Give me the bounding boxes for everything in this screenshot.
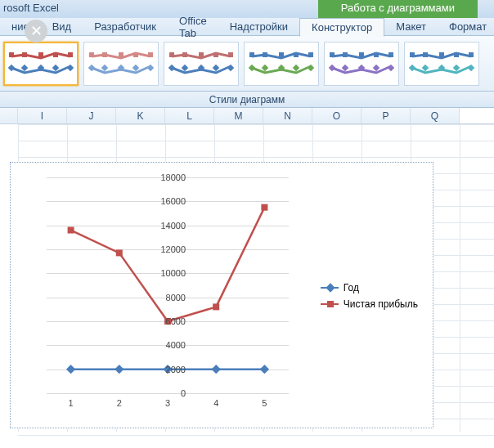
svg-rect-17 [119,52,124,57]
ribbon-tab[interactable]: Макет [384,18,438,35]
svg-rect-9 [68,52,73,57]
svg-rect-64 [260,365,269,374]
column-header[interactable]: M [214,108,263,123]
svg-rect-46 [343,52,348,57]
svg-rect-61 [115,365,124,374]
app-title: rosoft Excel [3,2,59,14]
svg-rect-36 [263,52,267,57]
ribbon-tab[interactable]: Надстройки [218,18,299,35]
svg-rect-25 [169,52,174,57]
svg-rect-5 [9,52,14,57]
ribbon-tab[interactable]: Формат [438,18,494,35]
svg-rect-34 [308,64,314,70]
y-tick-label: 16000 [153,196,186,206]
y-tick-label: 10000 [153,268,186,278]
svg-rect-43 [373,64,379,70]
column-header[interactable]: P [362,108,411,123]
svg-rect-23 [213,64,219,70]
y-tick-label: 12000 [153,244,186,254]
x-tick-label: 3 [159,398,176,408]
svg-rect-0 [8,64,15,70]
chart-style-option[interactable] [244,42,319,86]
svg-rect-37 [279,52,284,57]
x-tick-label: 1 [63,398,79,408]
x-tick-label: 4 [208,398,224,408]
svg-rect-16 [102,52,107,57]
svg-rect-55 [410,52,415,57]
svg-rect-66 [116,249,123,256]
x-tick-label: 5 [256,398,272,408]
svg-rect-21 [182,64,188,70]
y-tick-label: 4000 [153,340,186,350]
svg-rect-18 [133,52,138,57]
legend[interactable]: Год Чистая прибыль [321,282,418,315]
svg-rect-49 [388,52,393,57]
svg-rect-48 [374,52,379,57]
chart-style-option[interactable] [83,42,159,86]
column-header[interactable]: N [263,108,312,123]
svg-rect-20 [168,64,175,70]
title-bar: rosoft Excel Работа с диаграммами [0,0,494,18]
svg-rect-4 [67,64,74,70]
chart-object[interactable]: 12345 Год Чистая прибыль 020004000600080… [10,162,433,428]
legend-marker-icon [321,287,339,289]
ribbon-tab[interactable]: Office Tab [168,12,218,42]
svg-rect-63 [212,365,221,374]
column-header[interactable]: I [18,108,67,123]
chart-style-option[interactable] [3,42,79,86]
svg-rect-10 [88,64,95,70]
svg-rect-45 [330,52,335,57]
svg-rect-69 [261,204,267,211]
legend-label: Чистая прибыль [344,298,418,310]
svg-rect-57 [439,52,444,57]
column-header[interactable]: O [312,108,362,123]
y-tick-label: 6000 [153,316,186,326]
svg-rect-19 [148,52,153,57]
chart-style-option[interactable] [324,42,399,86]
y-tick-label: 0 [153,388,186,398]
svg-rect-60 [66,365,75,374]
svg-rect-40 [329,64,335,70]
svg-rect-59 [469,52,474,57]
svg-rect-14 [147,64,154,70]
ribbon-tab[interactable]: Конструктор [299,18,384,37]
column-headers[interactable]: IJKLMNOPQ [0,108,494,124]
y-tick-label: 2000 [153,365,186,374]
contextual-tab-label: Работа с диаграммами [318,0,478,18]
svg-rect-50 [409,64,415,70]
chart-style-option[interactable] [164,42,239,86]
x-tick-label: 2 [111,398,128,408]
svg-rect-65 [68,227,74,234]
chart-styles-gallery [0,36,494,92]
column-header[interactable]: Q [411,108,460,123]
column-header[interactable]: L [165,108,214,123]
svg-rect-24 [227,64,234,70]
svg-rect-15 [89,52,94,57]
ribbon-tab[interactable]: Разработчик [83,18,168,35]
y-tick-label: 18000 [153,172,186,182]
svg-rect-54 [468,64,474,70]
legend-marker-icon [321,303,339,305]
legend-label: Год [344,282,359,293]
svg-rect-53 [453,64,460,70]
svg-rect-58 [454,52,459,57]
svg-rect-33 [293,64,299,70]
svg-rect-38 [294,52,299,57]
column-header[interactable]: K [116,108,165,123]
svg-rect-35 [249,52,254,57]
y-tick-label: 14000 [153,221,186,231]
legend-item[interactable]: Год [321,282,418,293]
close-icon[interactable]: ✕ [25,20,47,43]
legend-item[interactable]: Чистая прибыль [321,298,418,310]
svg-rect-6 [22,52,27,57]
gallery-label: Стили диаграмм [0,92,494,108]
chart-style-option[interactable] [404,42,479,86]
svg-rect-44 [388,64,394,70]
plot-area: 12345 [47,177,289,393]
svg-rect-26 [182,52,187,57]
svg-rect-3 [52,64,59,70]
svg-rect-13 [132,64,139,70]
svg-rect-8 [53,52,58,57]
svg-rect-31 [262,64,268,70]
column-header[interactable]: J [67,108,116,123]
